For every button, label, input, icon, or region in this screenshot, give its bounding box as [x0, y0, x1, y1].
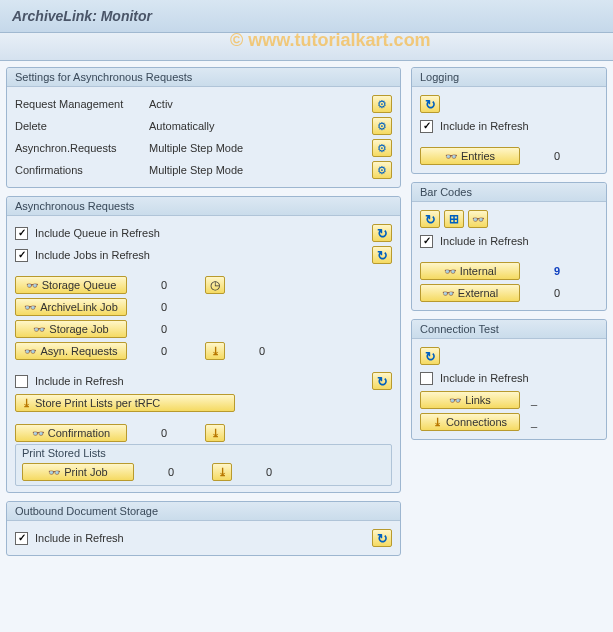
chk-include-queue[interactable]: [15, 227, 28, 240]
refresh-icon[interactable]: [420, 347, 440, 365]
down-button[interactable]: [205, 342, 225, 360]
refresh-icon[interactable]: [372, 224, 392, 242]
chk-include-queue-label: Include Queue in Refresh: [35, 227, 160, 239]
storage-job-button[interactable]: Storage Job: [15, 320, 127, 338]
conntest-panel-title: Connection Test: [412, 320, 606, 339]
page-title: ArchiveLink: Monitor: [12, 8, 601, 24]
logging-panel-title: Logging: [412, 68, 606, 87]
right-column: Logging Include in Refresh Entries 0 Bar…: [411, 67, 607, 631]
archivelink-job-button[interactable]: ArchiveLink Job: [15, 298, 127, 316]
confirmation-button[interactable]: Confirmation: [15, 424, 127, 442]
connections-button[interactable]: Connections: [420, 413, 520, 431]
settings-icon-button[interactable]: [372, 95, 392, 113]
conntest-panel: Connection Test Include in Refresh Links…: [411, 319, 607, 440]
settings-icon-button[interactable]: [372, 161, 392, 179]
links-value: _: [524, 394, 544, 406]
glasses-icon: [449, 394, 461, 406]
value: Activ: [149, 98, 279, 110]
chk-include-jobs-label: Include Jobs in Refresh: [35, 249, 150, 261]
logging-chk-include[interactable]: [420, 120, 433, 133]
value: Multiple Step Mode: [149, 142, 279, 154]
glasses-icon: [444, 265, 456, 277]
settings-icon: [377, 142, 387, 155]
left-column: Settings for Asynchronous Requests Reque…: [6, 67, 401, 631]
glasses-button[interactable]: [468, 210, 488, 228]
outbound-chk-include[interactable]: [15, 532, 28, 545]
entries-button[interactable]: Entries: [420, 147, 520, 165]
settings-row-delete: Delete Automatically: [15, 115, 392, 137]
refresh-icon[interactable]: [372, 529, 392, 547]
settings-panel-body: Request Management Activ Delete Automati…: [7, 87, 400, 187]
links-button[interactable]: Links: [420, 391, 520, 409]
internal-button[interactable]: Internal: [420, 262, 520, 280]
storage-queue-count: 0: [131, 279, 167, 291]
down-icon: [211, 345, 220, 358]
tree-button[interactable]: [444, 210, 464, 228]
barcodes-chk-include[interactable]: [420, 235, 433, 248]
outbound-panel-body: Include in Refresh: [7, 521, 400, 555]
glasses-icon: [32, 427, 44, 439]
settings-icon-button[interactable]: [372, 117, 392, 135]
chk-include-refresh-label: Include in Refresh: [35, 375, 124, 387]
down-button[interactable]: [212, 463, 232, 481]
internal-count: 9: [524, 265, 560, 277]
tree-icon: [449, 212, 459, 226]
external-button[interactable]: External: [420, 284, 520, 302]
print-job-button[interactable]: Print Job: [22, 463, 134, 481]
settings-row-confirmations: Confirmations Multiple Step Mode: [15, 159, 392, 181]
asyn-requests-count: 0: [131, 345, 167, 357]
conntest-chk-include[interactable]: [420, 372, 433, 385]
async-panel-body: Include Queue in Refresh Include Jobs in…: [7, 216, 400, 492]
down-icon: [211, 427, 220, 440]
refresh-icon[interactable]: [420, 95, 440, 113]
outbound-panel: Outbound Document Storage Include in Ref…: [6, 501, 401, 556]
glasses-icon: [26, 279, 38, 291]
barcodes-panel-title: Bar Codes: [412, 183, 606, 202]
glasses-icon: [48, 466, 60, 478]
settings-panel-title: Settings for Asynchronous Requests: [7, 68, 400, 87]
conntest-panel-body: Include in Refresh Links _ Connections _: [412, 339, 606, 439]
settings-icon-button[interactable]: [372, 139, 392, 157]
outbound-chk-label: Include in Refresh: [35, 532, 124, 544]
refresh-icon[interactable]: [372, 246, 392, 264]
down-button[interactable]: [205, 424, 225, 442]
barcodes-toolbar-row: [420, 208, 598, 230]
archivelink-job-count: 0: [131, 301, 167, 313]
conntest-refresh-row: [420, 345, 598, 367]
storage-job-row: Storage Job 0: [15, 318, 392, 340]
barcodes-chk-row: Include in Refresh: [420, 230, 598, 252]
logging-chk-label: Include in Refresh: [440, 120, 529, 132]
glasses-icon: [33, 323, 45, 335]
logging-chk-row: Include in Refresh: [420, 115, 598, 137]
barcodes-chk-label: Include in Refresh: [440, 235, 529, 247]
settings-panel: Settings for Asynchronous Requests Reque…: [6, 67, 401, 188]
storage-queue-button[interactable]: Storage Queue: [15, 276, 127, 294]
storage-job-count: 0: [131, 323, 167, 335]
glasses-icon: [472, 213, 484, 225]
logging-entries-row: Entries 0: [420, 145, 598, 167]
store-print-lists-button[interactable]: Store Print Lists per tRFC: [15, 394, 235, 412]
barcodes-external-row: External 0: [420, 282, 598, 304]
clock-button[interactable]: [205, 276, 225, 294]
settings-icon: [377, 98, 387, 111]
conntest-connections-row: Connections _: [420, 411, 598, 433]
async-panel: Asynchronous Requests Include Queue in R…: [6, 196, 401, 493]
down-icon: [433, 416, 442, 429]
content-area: Settings for Asynchronous Requests Reque…: [0, 61, 613, 632]
archivelink-job-row: ArchiveLink Job 0: [15, 296, 392, 318]
clock-icon: [210, 278, 220, 292]
chk-include-jobs[interactable]: [15, 249, 28, 262]
refresh-icon[interactable]: [420, 210, 440, 228]
refresh-icon[interactable]: [372, 372, 392, 390]
settings-icon: [377, 164, 387, 177]
down-icon: [218, 466, 227, 479]
glasses-icon: [442, 287, 454, 299]
asyn-requests-button[interactable]: Asyn. Requests: [15, 342, 127, 360]
conntest-links-row: Links _: [420, 389, 598, 411]
glasses-icon: [24, 345, 36, 357]
barcodes-panel: Bar Codes Include in Refresh Internal 9: [411, 182, 607, 311]
chk-include-refresh[interactable]: [15, 375, 28, 388]
conntest-chk-row: Include in Refresh: [420, 367, 598, 389]
async-panel-title: Asynchronous Requests: [7, 197, 400, 216]
barcodes-internal-row: Internal 9: [420, 260, 598, 282]
